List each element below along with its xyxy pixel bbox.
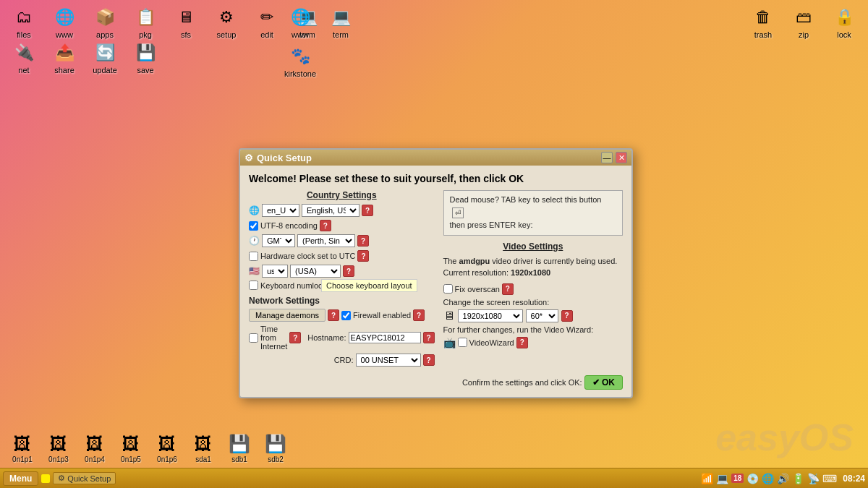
0n1p4-label: 0n1p4 xyxy=(85,455,105,463)
desktop-icon-0n1p1[interactable]: 🖼 0n1p1 xyxy=(6,432,39,463)
dialog-main: Country Settings 🌐 en_US English, US ? U… xyxy=(249,190,623,369)
share-icon: 📤 xyxy=(53,41,76,64)
hostname-input[interactable] xyxy=(349,332,421,343)
desktop-icon-net[interactable]: 🔌 net xyxy=(6,40,42,76)
network-title: Network Settings xyxy=(249,296,435,306)
desktop-icon-setup[interactable]: ⚙ setup xyxy=(208,4,244,40)
taskbar-quicksetup-icon: ⚙ xyxy=(58,474,65,483)
locale-select[interactable]: en_US xyxy=(262,204,299,217)
term2-label: term xyxy=(333,30,349,39)
keyboard-country-select[interactable]: (USA) xyxy=(290,265,341,278)
timezone-select[interactable]: GMT+8 xyxy=(262,234,295,247)
files-icon: 🗂 xyxy=(12,6,35,29)
lock-label: lock xyxy=(837,30,851,39)
desktop-icon-share[interactable]: 📤 share xyxy=(46,40,82,76)
desktop-icon-sfs[interactable]: 🖥 sfs xyxy=(168,4,204,40)
hostname-help-button[interactable]: ? xyxy=(423,332,435,343)
videowizard-icon: 📺 xyxy=(443,337,456,348)
resolution-row: 🖥 1920x1080 60* ? xyxy=(443,309,623,322)
taskbar-quicksetup-button[interactable]: ⚙ Quick Setup xyxy=(53,472,116,484)
manage-daemons-help-button[interactable]: ? xyxy=(328,309,339,321)
taskbar-wifi-icon: 📶 xyxy=(701,473,713,484)
utf8-checkbox[interactable] xyxy=(249,221,258,231)
pkg-label: pkg xyxy=(139,30,152,39)
desktop-icon-sdb1[interactable]: 💾 sdb1 xyxy=(223,432,256,463)
dead-mouse-line1: Dead mouse? TAB key to select this butto… xyxy=(450,195,602,204)
desktop-icon-0n1p4[interactable]: 🖼 0n1p4 xyxy=(78,432,111,463)
desktop-icon-0n1p3[interactable]: 🖼 0n1p3 xyxy=(42,432,75,463)
crd-help-button[interactable]: ? xyxy=(423,354,435,366)
zip-label: zip xyxy=(799,30,809,39)
hz-select[interactable]: 60* xyxy=(526,309,558,322)
desktop-icon-edit[interactable]: ✏ edit xyxy=(249,4,285,40)
keyboard-layout-tooltip: Choose keyboard layout xyxy=(321,279,417,292)
desktop-icon-update[interactable]: 🔄 update xyxy=(87,40,123,76)
desktop-icon-sda1[interactable]: 🖼 sda1 xyxy=(187,432,220,463)
firewall-help-button[interactable]: ? xyxy=(413,309,425,321)
keyboard-help-button[interactable]: ? xyxy=(343,265,354,277)
desktop-icons-row2: 🔌 net 📤 share 🔄 update 💾 save xyxy=(0,40,169,76)
desktop-icon-lock[interactable]: 🔒 lock xyxy=(826,4,862,40)
desktop-icon-0n1p6[interactable]: 🖼 0n1p6 xyxy=(150,432,184,463)
desktop-icon-kirkstone[interactable]: 🐾 kirkstone xyxy=(282,43,318,80)
timezone-help-button[interactable]: ? xyxy=(357,235,369,247)
ok-button[interactable]: ✔ OK xyxy=(584,375,623,390)
dialog-welcome-text: Welcome! Please set these to suit yourse… xyxy=(249,173,623,184)
taskbar-bluetooth-icon: 📡 xyxy=(807,473,820,484)
desktop-icon-pkg[interactable]: 📋 pkg xyxy=(127,4,163,40)
locale-lang-select[interactable]: English, US xyxy=(302,204,359,217)
taskbar-yellow-dot xyxy=(41,474,50,483)
timezone-city-select[interactable]: (Perth, Sin xyxy=(297,234,355,247)
crd-select[interactable]: 00 UNSET xyxy=(356,354,421,367)
desktop-icon-files[interactable]: 🗂 files xyxy=(6,4,42,40)
desktop-icon-apps[interactable]: 📦 apps xyxy=(87,4,123,40)
taskbar-disk-icon: 💿 xyxy=(746,473,759,484)
desktop-icon-save[interactable]: 💾 save xyxy=(127,40,163,76)
apps-label: apps xyxy=(96,30,114,39)
desktop-icon-trash[interactable]: 🗑 trash xyxy=(745,4,781,40)
locale-row: 🌐 en_US English, US ? xyxy=(249,204,435,217)
taskbar-net-icon: 🌐 xyxy=(762,473,774,484)
fix-overscan-checkbox[interactable] xyxy=(443,284,453,294)
0n1p1-icon: 🖼 xyxy=(11,432,34,455)
net-label: net xyxy=(18,66,29,74)
hwclock-row: Hardware clock set to UTC ? xyxy=(249,250,435,262)
desktop-icon-www[interactable]: 🌐 www xyxy=(46,4,82,40)
time-internet-checkbox[interactable] xyxy=(249,333,258,343)
resolution-help-button[interactable]: ? xyxy=(561,310,573,322)
resolution-select[interactable]: 1920x1080 xyxy=(458,309,523,322)
desktop-icon-term2[interactable]: 💻 term xyxy=(323,4,359,40)
video-wizard-label: For further changes, run the Video Wizar… xyxy=(443,325,623,334)
firewall-checkbox[interactable] xyxy=(341,311,351,320)
desktop-icon-0n1p5[interactable]: 🖼 0n1p5 xyxy=(114,432,148,463)
0n1p1-label: 0n1p1 xyxy=(12,455,33,463)
dialog-minimize-button[interactable]: — xyxy=(601,152,613,163)
dead-mouse-line2: then press ENTER key: xyxy=(450,221,533,229)
keyboard-code-select[interactable]: us xyxy=(262,265,288,278)
www2-icon: 🌐 xyxy=(289,6,312,29)
time-internet-help-button[interactable]: ? xyxy=(289,332,301,343)
hwclock-help-button[interactable]: ? xyxy=(357,250,369,262)
lock-icon: 🔒 xyxy=(833,6,856,29)
save-label: save xyxy=(137,66,153,74)
sfs-icon: 🖥 xyxy=(174,6,197,29)
update-label: update xyxy=(93,66,117,74)
desktop-icon-www2[interactable]: 🌐 www xyxy=(282,4,318,40)
utf8-label: UTF-8 encoding xyxy=(260,221,318,230)
videowizard-help-button[interactable]: ? xyxy=(516,337,528,348)
video-driver-info: The amdgpu video driver is currently bei… xyxy=(443,255,623,279)
hwclock-checkbox[interactable] xyxy=(249,252,258,261)
utf8-help-button[interactable]: ? xyxy=(320,220,331,231)
dialog-close-button[interactable]: ✕ xyxy=(616,152,627,163)
desktop-icon-zip[interactable]: 🗃 zip xyxy=(786,4,822,40)
fix-overscan-help-button[interactable]: ? xyxy=(502,283,514,295)
videowizard-checkbox[interactable] xyxy=(458,338,467,347)
country-settings-title: Country Settings xyxy=(249,190,435,200)
numlock-checkbox[interactable] xyxy=(249,281,258,290)
manage-daemons-button[interactable]: Manage daemons xyxy=(249,309,326,322)
locale-help-button[interactable]: ? xyxy=(362,205,373,216)
taskbar-menu-button[interactable]: Menu xyxy=(3,471,38,486)
desktop-icon-sdb2[interactable]: 💾 sdb2 xyxy=(259,432,292,463)
taskbar-num18-badge: 18 xyxy=(731,474,744,483)
pkg-icon: 📋 xyxy=(134,6,157,29)
